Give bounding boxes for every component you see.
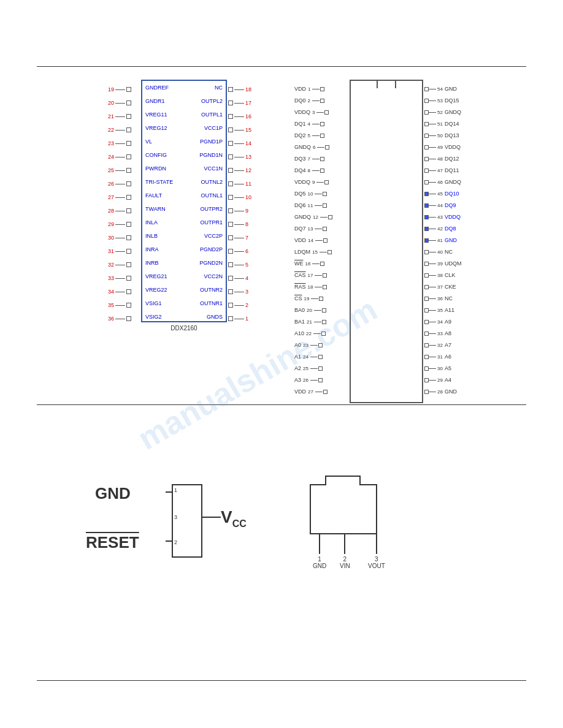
ric-left-pin-15: LDQM 15	[294, 249, 332, 255]
ric-right-pin-51: 51 DQ14	[424, 121, 459, 127]
right-pin-8: 8	[228, 221, 248, 227]
left-pin-27: 27	[104, 194, 131, 200]
ic-right-label-4: VCC1P	[204, 125, 223, 131]
right-pin-15: 15	[228, 127, 251, 133]
ric-right-pin-52: 52 GNDQ	[424, 109, 461, 115]
ric-right-pin-39: 39 UDQM	[424, 260, 461, 267]
left-pin-36: 36	[104, 316, 131, 322]
right-ic-box	[350, 80, 423, 403]
gnd-label: GND	[95, 484, 131, 503]
left-pin-24: 24	[104, 154, 131, 160]
ric-left-pin-21: BA1 21	[294, 319, 326, 325]
right-pin-6: 6	[228, 248, 248, 254]
ic-model: DDX2160	[141, 325, 227, 332]
ic-left-label-2: GNDR1	[145, 98, 165, 104]
right-pin-3: 3	[228, 289, 248, 295]
ric-left-pin-8: DQ4 8	[294, 167, 324, 173]
left-pin-29: 29	[104, 221, 131, 227]
ic-left-label-7: PWRDN	[145, 165, 166, 172]
ic-left-label-15: VREG21	[145, 273, 167, 279]
ic-row-6: CONFIG PGND1N	[142, 148, 226, 162]
left-pin-30: 30	[104, 235, 131, 241]
ic-row-17: VSIG1 OUTNR1	[142, 297, 226, 310]
ric-left-pin-6: GNDQ 6	[294, 144, 329, 150]
right-pin-4: 4	[228, 275, 248, 281]
ric-right-pin-43: 43 VDDQ	[424, 214, 461, 220]
ic-right-label-12: VCC2P	[204, 233, 223, 239]
right-pin-18: 18	[228, 86, 251, 93]
vreg-pin-1: 1 GND	[313, 534, 326, 569]
ric-left-pin-3: VDDQ 3	[294, 109, 329, 115]
ic-left-label-10: TWARN	[145, 206, 166, 212]
right-pin-16: 16	[228, 113, 251, 119]
ic-row-13: INRA PGND2P	[142, 243, 226, 256]
ic-row-5: VL PGND1P	[142, 135, 226, 148]
ic-right-label-6: PGND1N	[199, 152, 223, 158]
ic-row-9: FAULT OUTNL1	[142, 189, 226, 202]
ric-right-pin-31: 31 A6	[424, 354, 451, 360]
gnd-pin-line	[166, 491, 173, 493]
vcc-pin-line	[202, 517, 221, 518]
ic-right-label-5: PGND1P	[200, 138, 223, 145]
ic-row-10: TWARN OUTPR2	[142, 202, 226, 216]
left-pin-23: 23	[104, 140, 131, 146]
ic-left-label-4: VREG12	[145, 125, 167, 131]
ric-left-pin-4: DQ1 4	[294, 121, 324, 127]
ric-right-pin-36: 36 NC	[424, 295, 453, 301]
page: manualshine.com GNDREF NC GNDR1 OUTPL2 V…	[0, 0, 563, 728]
right-pin-11: 11	[228, 181, 251, 187]
ric-left-pin-19: CS 19	[294, 295, 323, 301]
conn-pin-num-1: 1	[174, 487, 177, 493]
right-pin-1: 1	[228, 316, 248, 322]
ric-right-pin-50: 50 DQ13	[424, 132, 459, 138]
ic-right-label-18: GNDS	[207, 314, 223, 320]
right-pin-5: 5	[228, 262, 248, 268]
ic-row-7: PWRDN VCC1N	[142, 162, 226, 175]
ric-left-pin-23: A0 23	[294, 342, 323, 348]
ric-right-pin-30: 30 A5	[424, 365, 451, 371]
ric-right-pin-46: 46 GNDQ	[424, 179, 461, 185]
vcc-label: VCC	[221, 507, 247, 529]
ic-right-label-13: PGND2P	[200, 246, 223, 252]
right-pin-10: 10	[228, 194, 251, 200]
ric-right-pin-34: 34 A9	[424, 319, 451, 325]
ic-left-label-17: VSIG1	[145, 300, 162, 306]
ic-right-label-2: OUTPL2	[201, 98, 223, 104]
left-pin-21: 21	[104, 113, 131, 119]
divider-middle	[37, 404, 526, 405]
ric-right-pin-45: 45 DQ10	[424, 191, 459, 197]
ic-right-label-17: OUTNR1	[200, 300, 223, 306]
ric-right-pin-49: 49 VDDQ	[424, 144, 461, 150]
right-pin-7: 7	[228, 235, 248, 241]
ic-row-4: VREG12 VCC1P	[142, 121, 226, 135]
left-pin-35: 35	[104, 302, 131, 308]
divider-bottom	[37, 680, 526, 681]
ic-row-16: VREG22 OUTNR2	[142, 283, 226, 297]
ic-row-1: GNDREF NC	[142, 81, 226, 94]
left-pin-34: 34	[104, 289, 131, 295]
ric-left-pin-1: VDD 1	[294, 86, 324, 92]
ric-left-pin-14: VDD 14	[294, 237, 327, 243]
ric-right-pin-53: 53 DQ15	[424, 97, 459, 104]
left-pin-20: 20	[104, 100, 131, 106]
left-pin-28: 28	[104, 208, 131, 214]
ic-left-label-13: INRA	[145, 246, 159, 252]
reset-label: RESET	[86, 533, 139, 552]
ic-right-label-16: OUTNR2	[200, 287, 223, 293]
left-pin-32: 32	[104, 262, 131, 268]
ric-left-pin-16: WE 16	[294, 260, 324, 267]
vreg-pin-3: 3 VOUT	[368, 534, 385, 569]
ric-right-pin-40: 40 NC	[424, 249, 453, 255]
ric-left-pin-5: DQ2 5	[294, 132, 324, 138]
ic-right-label-8: OUTNL2	[201, 179, 223, 185]
ric-right-pin-29: 29 A4	[424, 377, 451, 383]
ric-right-pin-33: 33 A8	[424, 330, 451, 336]
ric-right-pin-38: 38 CLK	[424, 272, 455, 278]
ric-left-pin-18: RAS 18	[294, 284, 327, 290]
ic-right-label-10: OUTPR2	[200, 206, 223, 212]
ic-row-18: VSIG2 GNDS	[142, 310, 226, 324]
ric-right-pin-44: 44 DQ9	[424, 202, 456, 208]
ic-right-label-15: VCC2N	[204, 273, 223, 279]
left-pin-31: 31	[104, 248, 131, 254]
ic-row-2: GNDR1 OUTPL2	[142, 94, 226, 108]
